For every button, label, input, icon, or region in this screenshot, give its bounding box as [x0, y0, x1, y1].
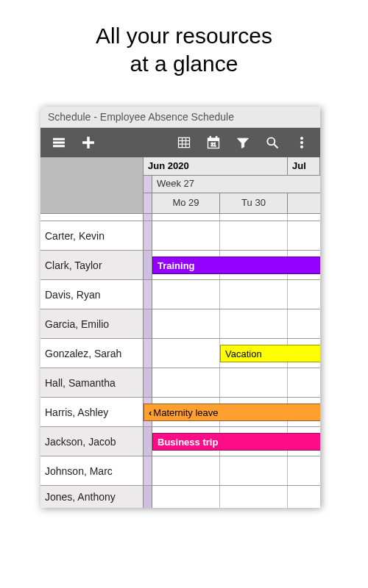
- more-button[interactable]: [288, 128, 316, 157]
- timeline-row[interactable]: Business trip: [144, 427, 320, 456]
- resource-row[interactable]: Davis, Ryan: [40, 280, 144, 309]
- search-icon: [265, 135, 280, 150]
- resource-row[interactable]: Harris, Ashley: [40, 398, 144, 427]
- day-cell[interactable]: Tu 30: [220, 193, 288, 213]
- title-bar: Schedule - Employee Absence Schedule: [40, 107, 320, 128]
- timeline-row[interactable]: Training: [144, 251, 320, 280]
- plus-icon: [81, 135, 96, 150]
- filter-icon: [236, 135, 250, 150]
- timeline-row[interactable]: [144, 280, 320, 309]
- days-header: Mo 29 Tu 30: [144, 193, 320, 214]
- grid-icon: [177, 135, 191, 150]
- resource-row[interactable]: Garcia, Emilio: [40, 309, 144, 339]
- timeline-row[interactable]: Vacation: [144, 339, 320, 368]
- resource-row-cut[interactable]: [40, 214, 144, 221]
- svg-rect-4: [83, 142, 94, 144]
- calendar-icon: 31: [206, 135, 221, 150]
- menu-button[interactable]: [45, 128, 73, 157]
- more-vertical-icon: [294, 135, 309, 150]
- svg-rect-2: [54, 146, 65, 147]
- resource-row[interactable]: Jackson, Jacob: [40, 427, 144, 456]
- svg-point-17: [300, 137, 302, 140]
- month-cell[interactable]: Jun 2020: [144, 157, 288, 175]
- svg-rect-1: [54, 142, 65, 143]
- day-cell[interactable]: [288, 193, 320, 213]
- event-maternity[interactable]: ‹Maternity leave: [144, 404, 320, 421]
- svg-point-19: [300, 146, 302, 148]
- timeline-row[interactable]: [144, 456, 320, 486]
- day-sliver: [144, 193, 152, 213]
- timeline-row[interactable]: [144, 221, 320, 251]
- svg-text:31: 31: [210, 142, 216, 147]
- week-sliver: [144, 176, 152, 193]
- event-vacation[interactable]: Vacation: [220, 345, 320, 362]
- svg-rect-13: [216, 137, 217, 140]
- timeline-row[interactable]: [144, 368, 320, 398]
- week-label[interactable]: Week 27: [152, 176, 199, 193]
- event-business[interactable]: Business trip: [152, 433, 320, 451]
- month-header: Jun 2020 Jul: [144, 157, 320, 176]
- month-cell[interactable]: Jul: [288, 157, 320, 175]
- hamburger-icon: [52, 135, 66, 150]
- grid-view-button[interactable]: [170, 128, 198, 157]
- resource-row[interactable]: Jones, Anthony: [40, 486, 144, 508]
- timeline-row[interactable]: [144, 486, 320, 508]
- timeline-row[interactable]: [144, 309, 320, 339]
- resource-row[interactable]: Clark, Taylor: [40, 251, 144, 280]
- timeline-column: Jun 2020 Jul Week 27 Mo 29 Tu 30 Tr: [144, 157, 320, 508]
- resource-row[interactable]: Hall, Samantha: [40, 368, 144, 398]
- svg-rect-5: [179, 137, 190, 147]
- svg-point-18: [300, 141, 302, 143]
- toolbar: 31: [40, 128, 320, 157]
- calendar-button[interactable]: 31: [199, 128, 227, 157]
- week-header: Week 27: [144, 176, 320, 193]
- svg-rect-0: [54, 138, 65, 140]
- svg-point-15: [267, 137, 275, 145]
- add-button[interactable]: [74, 128, 102, 157]
- chevron-left-icon: ‹: [149, 407, 152, 418]
- resource-header-blank: [40, 157, 144, 214]
- resource-column: Carter, Kevin Clark, Taylor Davis, Ryan …: [40, 157, 144, 508]
- timeline-row[interactable]: ‹Maternity leave: [144, 398, 320, 427]
- filter-button[interactable]: [229, 128, 257, 157]
- resource-row[interactable]: Gonzalez, Sarah: [40, 339, 144, 368]
- resource-row[interactable]: Carter, Kevin: [40, 221, 144, 251]
- svg-line-16: [275, 145, 278, 148]
- marketing-headline: All your resources at a glance: [0, 0, 368, 85]
- search-button[interactable]: [258, 128, 286, 157]
- timeline-row-cut[interactable]: [144, 214, 320, 221]
- day-cell[interactable]: Mo 29: [152, 193, 220, 213]
- event-training[interactable]: Training: [152, 257, 320, 274]
- schedule-grid[interactable]: Carter, Kevin Clark, Taylor Davis, Ryan …: [40, 157, 320, 508]
- svg-rect-12: [210, 137, 211, 140]
- resource-row[interactable]: Johnson, Marc: [40, 456, 144, 486]
- app-window: Schedule - Employee Absence Schedule: [40, 107, 320, 508]
